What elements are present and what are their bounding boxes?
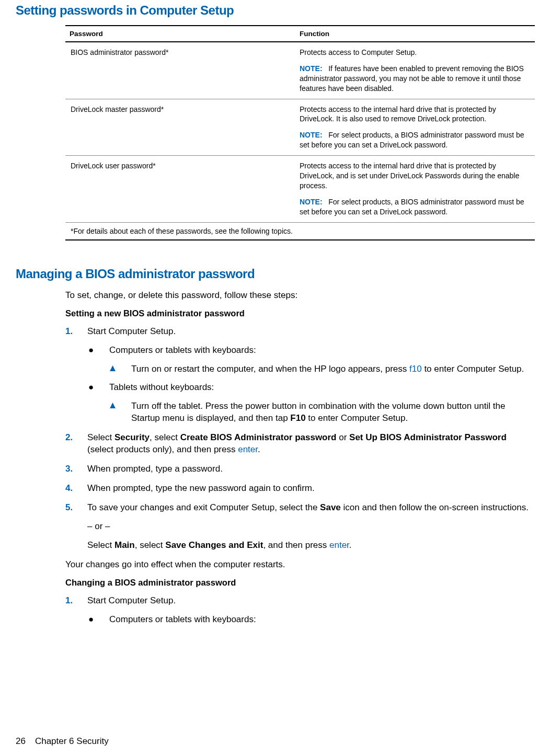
changing-title: Changing a BIOS administrator password — [65, 578, 534, 588]
step-text: When prompted, type the new password aga… — [87, 483, 534, 495]
triangle-icon — [109, 400, 131, 425]
s5-f: . — [349, 540, 352, 550]
triangle-item: Turn off the tablet. Press the power but… — [109, 400, 534, 425]
svg-marker-0 — [110, 365, 116, 371]
tri-text-a: Turn on or restart the computer, and whe… — [131, 364, 409, 374]
s2-d: or — [337, 432, 350, 442]
step-number: 4. — [65, 483, 87, 494]
bold-save: Save — [320, 502, 341, 512]
bullet-icon: ● — [87, 345, 109, 375]
bold-setup-bios: Set Up BIOS Administrator Password — [349, 432, 507, 442]
th-function: Function — [295, 26, 535, 41]
s5-c: Select — [87, 540, 114, 550]
step-text: Start Computer Setup. — [87, 326, 534, 338]
bullet-text: Computers or tablets with keyboards: — [109, 614, 534, 626]
step-5: 5. To save your changes and exit Compute… — [65, 502, 534, 552]
bullet-item: ● Tablets without keyboards: Turn off th… — [87, 382, 534, 425]
outro-text: Your changes go into effect when the com… — [65, 559, 534, 570]
s2-f: . — [258, 444, 260, 454]
s2-c: , select — [150, 432, 180, 442]
bullet-icon: ● — [87, 382, 109, 425]
chapter-label: Chapter 6 Security — [35, 736, 109, 746]
bullet-icon: ● — [87, 614, 109, 626]
bullet-text: Computers or tablets with keyboards: — [109, 345, 256, 355]
table-row: DriveLock master password* Protects acce… — [65, 99, 535, 156]
step-number: 1. — [65, 326, 87, 337]
note-label: NOTE: — [300, 198, 323, 206]
bold-f10: F10 — [290, 413, 305, 423]
step-text: When prompted, type a password. — [87, 463, 534, 475]
table-footnote: *For details about each of these passwor… — [65, 223, 535, 240]
note-label: NOTE: — [300, 131, 323, 139]
triangle-icon — [109, 363, 131, 375]
fn-desc: Protects access to the internal hard dri… — [300, 161, 531, 191]
cell-password: DriveLock master password* — [65, 105, 295, 151]
fn-desc: Protects access to the internal hard dri… — [300, 105, 531, 124]
note-text: If features have been enabled to prevent… — [300, 64, 524, 93]
bullet-item: ● Computers or tablets with keyboards: T… — [87, 345, 534, 375]
setting-new-title: Setting a new BIOS administrator passwor… — [65, 308, 534, 318]
note-text: For select products, a BIOS administrato… — [300, 198, 524, 216]
s5-e: , and then press — [263, 540, 329, 550]
step-number: 5. — [65, 502, 87, 513]
intro-text: To set, change, or delete this password,… — [65, 290, 534, 301]
s2-a: Select — [87, 432, 114, 442]
bold-save-exit: Save Changes and Exit — [165, 540, 263, 550]
cell-password: BIOS administrator password* — [65, 48, 295, 94]
key-enter: enter — [329, 540, 349, 550]
bold-security: Security — [114, 432, 150, 442]
table-row: DriveLock user password* Protects access… — [65, 156, 535, 222]
passwords-table: Password Function BIOS administrator pas… — [65, 25, 535, 240]
step-text: Start Computer Setup. — [87, 595, 534, 607]
cell-function: Protects access to Computer Setup. NOTE:… — [295, 48, 535, 94]
bullet-item: ● Computers or tablets with keyboards: — [87, 614, 534, 626]
step-number: 1. — [65, 595, 87, 606]
cell-password: DriveLock user password* — [65, 161, 295, 216]
th-password: Password — [65, 26, 295, 41]
bold-create-bios: Create BIOS Administrator password — [180, 432, 337, 442]
or-separator: – or – — [87, 521, 534, 533]
heading-managing-bios: Managing a BIOS administrator password — [16, 267, 534, 281]
step-number: 3. — [65, 463, 87, 474]
change-step-1: 1. Start Computer Setup. ● Computers or … — [65, 595, 534, 626]
heading-setting-passwords: Setting passwords in Computer Setup — [16, 3, 534, 18]
note-text: For select products, a BIOS administrato… — [300, 131, 524, 149]
bold-main: Main — [114, 540, 135, 550]
step-4: 4. When prompted, type the new password … — [65, 483, 534, 495]
step-number: 2. — [65, 432, 87, 443]
triangle-item: Turn on or restart the computer, and whe… — [109, 363, 534, 375]
step-1: 1. Start Computer Setup. ● Computers or … — [65, 326, 534, 425]
tri-text-b: to enter Computer Setup. — [306, 413, 408, 423]
note-label: NOTE: — [300, 64, 323, 73]
cell-function: Protects access to the internal hard dri… — [295, 161, 535, 216]
s5-a: To save your changes and exit Computer S… — [87, 502, 320, 512]
key-f10: f10 — [409, 364, 422, 374]
s5-b: icon and then follow the on-screen instr… — [341, 502, 529, 512]
tri-text-b: to enter Computer Setup. — [422, 364, 524, 374]
step-2: 2. Select Security, select Create BIOS A… — [65, 432, 534, 456]
key-enter: enter — [238, 444, 258, 454]
page-number: 26 — [16, 736, 26, 746]
s5-d: , select — [135, 540, 166, 550]
cell-function: Protects access to the internal hard dri… — [295, 105, 535, 151]
fn-desc: Protects access to Computer Setup. — [300, 48, 531, 58]
bullet-text: Tablets without keyboards: — [109, 382, 214, 392]
s2-e: (select products only), and then press — [87, 444, 238, 454]
step-3: 3. When prompted, type a password. — [65, 463, 534, 475]
svg-marker-1 — [110, 403, 116, 409]
table-row: BIOS administrator password* Protects ac… — [65, 42, 535, 99]
page-footer: 26Chapter 6 Security — [16, 736, 109, 747]
